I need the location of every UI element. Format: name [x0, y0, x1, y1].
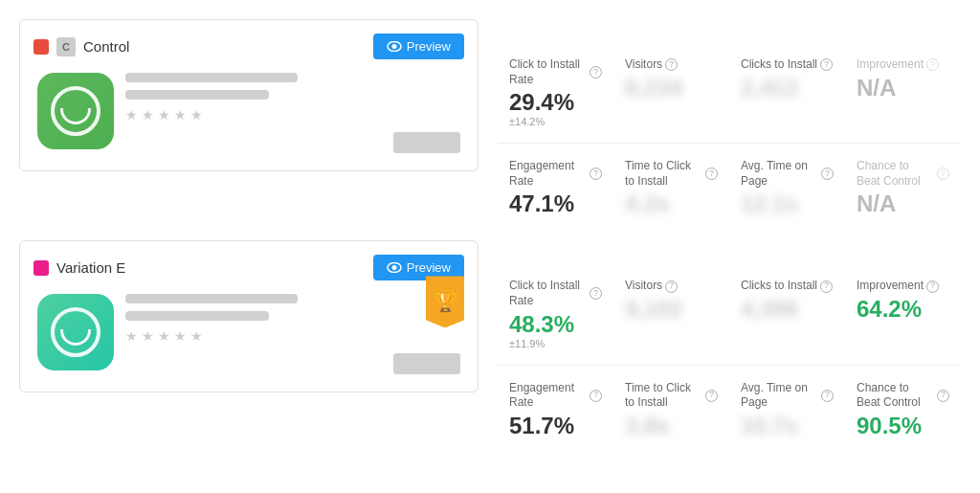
- svg-point-1: [391, 44, 396, 49]
- star-1: ★: [125, 107, 139, 121]
- improvement-info-icon[interactable]: ?: [926, 58, 939, 71]
- control-avg-time-value: 12.1s: [741, 190, 834, 217]
- control-preview-card: C Control Preview: [19, 19, 479, 171]
- control-stars: ★ ★ ★ ★ ★: [125, 107, 460, 121]
- control-time-to-click-value: 4.2s: [625, 190, 718, 217]
- var-star-4: ★: [174, 328, 188, 342]
- variation-button-placeholder: [393, 353, 460, 374]
- var-engagement-info-icon[interactable]: ?: [590, 390, 602, 402]
- clicks-to-install-info-icon[interactable]: ?: [820, 58, 833, 71]
- star-5: ★: [190, 107, 204, 121]
- trophy-icon: 🏆: [434, 290, 457, 313]
- control-button-placeholder: [393, 132, 460, 153]
- variation-install-rate-value: 48.3%: [509, 311, 602, 338]
- variation-metrics-divider: [498, 365, 961, 366]
- variation-time-to-click-value: 3.8s: [625, 413, 718, 439]
- star-4: ★: [174, 107, 188, 121]
- variation-metric-visitors: Visitors ? 9,102: [613, 271, 729, 356]
- variation-improvement-label: Improvement ?: [857, 279, 949, 294]
- variation-stars: ★ ★ ★ ★ ★: [125, 328, 460, 342]
- control-metric-time-to-click: Time to Click to Install ? 4.2s: [613, 151, 729, 225]
- var-avg-time-info-icon[interactable]: ?: [821, 390, 834, 402]
- control-metrics-row1: Click to Install Rate ? 29.4% ±14.2% Vis…: [498, 50, 961, 135]
- variation-metrics-row2: Engagement Rate ? 51.7% Time to Click to…: [498, 373, 961, 447]
- star-3: ★: [158, 107, 171, 121]
- var-time-to-click-info-icon[interactable]: ?: [705, 390, 718, 402]
- var-visitors-info-icon[interactable]: ?: [665, 280, 678, 293]
- eye-icon: [387, 41, 402, 52]
- var-clicks-to-install-info-icon[interactable]: ?: [820, 280, 833, 293]
- engagement-info-icon[interactable]: ?: [590, 168, 602, 180]
- variation-row: Variation E Preview 🏆: [19, 240, 961, 446]
- variation-install-rate-sub: ±11.9%: [509, 338, 602, 349]
- var-install-rate-info-icon[interactable]: ?: [590, 287, 602, 300]
- variation-metric-improvement: Improvement ? 64.2%: [845, 271, 961, 356]
- control-metric-clicks-to-install: Clicks to Install ? 2,412: [729, 50, 845, 135]
- control-install-rate-sub: ±14.2%: [509, 116, 602, 127]
- variation-visitors-value: 9,102: [625, 296, 718, 323]
- variation-engagement-value: 51.7%: [509, 413, 602, 439]
- control-metric-engagement-rate: Engagement Rate ? 47.1%: [498, 151, 613, 225]
- variation-avg-time-label: Avg. Time on Page ?: [741, 381, 834, 411]
- chance-beat-info-icon[interactable]: ?: [937, 168, 949, 180]
- variation-chance-beat-label: Chance to Beat Control ?: [857, 381, 949, 411]
- control-engagement-label: Engagement Rate ?: [509, 159, 602, 189]
- control-clicks-to-install-value: 2,412: [741, 75, 834, 101]
- var-chance-beat-info-icon[interactable]: ?: [937, 390, 949, 402]
- variation-engagement-label: Engagement Rate ?: [509, 381, 602, 411]
- avg-time-info-icon[interactable]: ?: [821, 168, 834, 180]
- variation-improvement-value: 64.2%: [857, 296, 949, 323]
- var-star-5: ★: [190, 328, 204, 342]
- variation-avg-time-value: 10.7s: [741, 413, 834, 439]
- variation-time-to-click-label: Time to Click to Install ?: [625, 381, 718, 411]
- variation-label-group: Variation E: [33, 259, 125, 276]
- time-to-click-info-icon[interactable]: ?: [705, 168, 718, 180]
- control-improvement-value: N/A: [857, 75, 949, 101]
- control-install-rate-label: Click to Install Rate ?: [509, 57, 602, 87]
- variation-preview-label: Preview: [407, 260, 451, 275]
- variation-metric-chance-beat: Chance to Beat Control ? 90.5%: [845, 373, 961, 447]
- var-star-3: ★: [158, 328, 171, 342]
- variation-title-bar: [125, 294, 298, 303]
- control-metrics-row2: Engagement Rate ? 47.1% Time to Click to…: [498, 151, 961, 225]
- control-preview-button[interactable]: Preview: [373, 34, 464, 59]
- svg-point-3: [391, 265, 396, 270]
- variation-app-preview: ★ ★ ★ ★ ★: [33, 290, 464, 378]
- control-visitors-value: 8,234: [625, 75, 718, 101]
- control-metric-improvement: Improvement ? N/A: [845, 50, 961, 135]
- var-star-1: ★: [125, 328, 139, 342]
- variation-metric-avg-time: Avg. Time on Page ? 10.7s: [729, 373, 845, 447]
- control-subtitle-bar: [125, 90, 269, 100]
- variation-color-dot: [33, 260, 49, 276]
- variation-install-rate-label: Click to Install Rate ?: [509, 279, 602, 308]
- control-time-to-click-label: Time to Click to Install ?: [625, 159, 718, 189]
- variation-smiley: [51, 307, 100, 357]
- star-2: ★: [142, 107, 155, 121]
- install-rate-info-icon[interactable]: ?: [590, 66, 602, 78]
- var-improvement-info-icon[interactable]: ?: [926, 280, 939, 293]
- control-metric-install-rate: Click to Install Rate ? 29.4% ±14.2%: [498, 50, 613, 135]
- control-preview-label: Preview: [407, 39, 451, 54]
- control-app-icon: [37, 73, 114, 149]
- control-install-rate-value: 29.4%: [509, 89, 602, 116]
- control-engagement-value: 47.1%: [509, 190, 602, 217]
- control-avg-time-label: Avg. Time on Page ?: [741, 159, 834, 189]
- variation-metric-install-rate: Click to Install Rate ? 48.3% ±11.9%: [498, 271, 613, 356]
- var-star-2: ★: [142, 328, 155, 342]
- control-metric-visitors: Visitors ? 8,234: [613, 50, 729, 135]
- variation-title: Variation E: [56, 259, 125, 276]
- control-improvement-label: Improvement ?: [857, 57, 949, 73]
- variation-clicks-to-install-value: 4,396: [741, 296, 834, 323]
- variation-metrics-panel: Click to Install Rate ? 48.3% ±11.9% Vis…: [498, 240, 961, 446]
- variation-visitors-label: Visitors ?: [625, 279, 718, 294]
- variation-subtitle-bar: [125, 311, 269, 321]
- variation-metric-engagement-rate: Engagement Rate ? 51.7%: [498, 373, 613, 447]
- control-title-bar: [125, 73, 298, 82]
- control-app-preview: ★ ★ ★ ★ ★: [33, 69, 464, 157]
- control-metric-chance-beat: Chance to Beat Control ? N/A: [845, 151, 961, 225]
- variation-preview-card: Variation E Preview 🏆: [19, 240, 479, 392]
- visitors-info-icon[interactable]: ?: [665, 58, 678, 71]
- variation-app-info: ★ ★ ★ ★ ★: [125, 294, 460, 374]
- trophy-banner: 🏆: [426, 276, 464, 327]
- control-label-group: C Control: [33, 37, 129, 56]
